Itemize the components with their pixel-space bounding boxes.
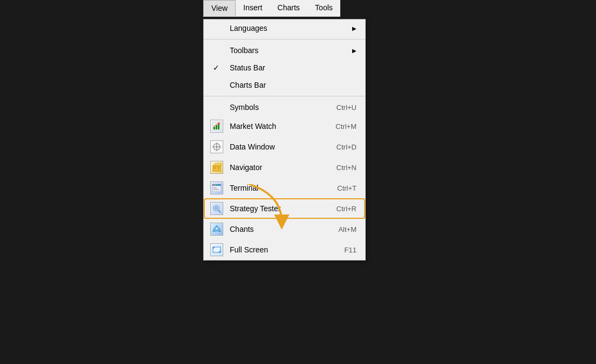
strategy-tester-label: Strategy Tester — [228, 204, 320, 213]
toolbars-arrow-icon: ▶ — [352, 48, 357, 54]
fullscreen-icon — [210, 243, 223, 256]
terminal-icon-area — [208, 181, 225, 194]
separator-2 — [204, 96, 365, 96]
terminal-icon — [210, 181, 223, 194]
strategy-tester-shortcut: Ctrl+R — [336, 205, 357, 213]
symbols-label: Symbols — [228, 103, 320, 112]
svg-point-20 — [216, 185, 217, 186]
chants-shortcut: Alt+M — [338, 225, 357, 233]
svg-point-26 — [216, 227, 218, 230]
toolbars-label: Toolbars — [228, 46, 348, 55]
navigator-shortcut: Ctrl+N — [336, 164, 357, 172]
datawindow-icon-area — [208, 140, 225, 153]
menu-item-navigator[interactable]: Navigator Ctrl+N — [204, 157, 365, 178]
menu-item-toolbars[interactable]: Toolbars ▶ — [204, 42, 365, 59]
menu-item-datawindow[interactable]: Data Window Ctrl+D — [204, 136, 365, 157]
svg-rect-11 — [214, 167, 216, 169]
strategy-tester-icon-area — [208, 202, 225, 215]
chants-label: Chants — [228, 225, 322, 233]
svg-line-23 — [218, 210, 221, 212]
terminal-shortcut: Ctrl+T — [337, 184, 357, 192]
view-dropdown: Languages ▶ Toolbars ▶ ✓ Status Bar Char… — [203, 19, 366, 261]
svg-point-9 — [216, 146, 218, 148]
menu-item-strategy-tester[interactable]: Strategy Tester Ctrl+R — [204, 198, 365, 219]
menu-view[interactable]: View — [203, 0, 236, 16]
menu-item-statusbar[interactable]: ✓ Status Bar — [204, 59, 365, 76]
marketwatch-label: Market Watch — [228, 122, 319, 131]
menu-tools[interactable]: Tools — [307, 0, 340, 16]
svg-rect-25 — [215, 209, 218, 209]
svg-rect-17 — [213, 189, 219, 190]
navigator-label: Navigator — [228, 163, 320, 172]
menu-item-symbols[interactable]: Symbols Ctrl+U — [204, 99, 365, 116]
languages-arrow-icon: ▶ — [352, 25, 357, 31]
menu-item-chants[interactable]: Chants Alt+M — [204, 219, 365, 239]
svg-rect-2 — [216, 125, 217, 129]
statusbar-check-area: ✓ — [208, 63, 225, 72]
symbols-shortcut: Ctrl+U — [336, 103, 357, 112]
menu-insert[interactable]: Insert — [236, 0, 270, 16]
strategy-tester-icon — [210, 202, 223, 215]
svg-rect-16 — [213, 187, 217, 188]
svg-rect-24 — [215, 207, 218, 207]
terminal-label: Terminal — [228, 184, 321, 192]
menu-item-fullscreen[interactable]: Full Screen F11 — [204, 239, 365, 260]
datawindow-shortcut: Ctrl+D — [336, 143, 357, 151]
menu-item-languages[interactable]: Languages ▶ — [204, 20, 365, 37]
datawindow-icon — [210, 140, 223, 153]
menu-charts[interactable]: Charts — [270, 0, 307, 16]
separator-1 — [204, 39, 365, 40]
svg-rect-12 — [217, 167, 219, 168]
languages-label: Languages — [228, 24, 348, 32]
datawindow-label: Data Window — [228, 142, 320, 151]
chartsbar-label: Charts Bar — [228, 81, 357, 89]
menu-item-marketwatch[interactable]: Market Watch Ctrl+M — [204, 116, 365, 136]
statusbar-label: Status Bar — [228, 63, 357, 72]
fullscreen-shortcut: F11 — [345, 246, 357, 254]
marketwatch-shortcut: Ctrl+M — [335, 122, 357, 131]
menu-item-terminal[interactable]: Terminal Ctrl+T — [204, 178, 365, 198]
navigator-icon-area — [208, 161, 225, 174]
svg-rect-1 — [213, 127, 215, 129]
marketwatch-icon — [210, 120, 223, 133]
fullscreen-icon-area — [208, 243, 225, 256]
fullscreen-label: Full Screen — [228, 245, 328, 254]
svg-point-18 — [213, 185, 214, 186]
statusbar-checkmark-icon: ✓ — [213, 63, 219, 72]
svg-rect-13 — [217, 168, 219, 170]
menu-item-chartsbar[interactable]: Charts Bar — [204, 76, 365, 94]
svg-point-4 — [218, 122, 220, 125]
chants-icon — [210, 223, 223, 236]
navigator-icon — [210, 161, 223, 174]
svg-point-19 — [215, 185, 216, 186]
chants-icon-area — [208, 223, 225, 236]
marketwatch-icon-area — [208, 120, 225, 133]
